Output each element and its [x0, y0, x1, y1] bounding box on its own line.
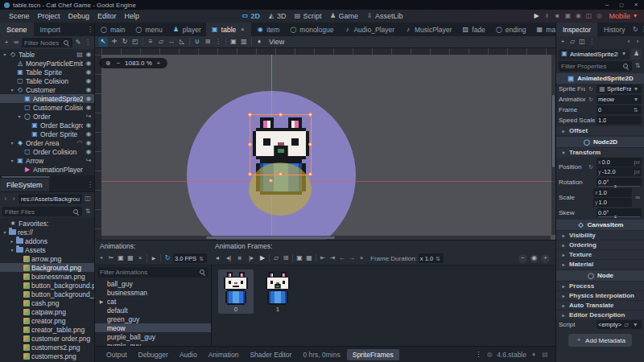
add-node-button[interactable]	[2, 39, 10, 47]
scene-tree-node[interactable]: AnimatedSprite2D	[0, 94, 94, 103]
add-animation-button[interactable]	[97, 254, 105, 262]
tree-expand-arrow[interactable]: ▾	[10, 87, 14, 93]
selection-handle[interactable]	[248, 142, 252, 146]
fps-input[interactable]: 3.0 FPS	[173, 253, 207, 263]
scene-tree-node[interactable]: ▾ Order Area	[0, 138, 94, 147]
region-select-button[interactable]	[157, 38, 165, 46]
eye-icon[interactable]	[85, 121, 93, 130]
instance-scene-button[interactable]	[12, 39, 20, 47]
ruler-tool-button[interactable]	[178, 38, 186, 46]
load-resource-button[interactable]	[568, 38, 576, 46]
move-tool-button[interactable]	[110, 38, 118, 46]
extend-script-button[interactable]	[631, 49, 642, 60]
file-tree-item[interactable]: customer order.png	[0, 334, 94, 343]
scale-link-icon[interactable]	[634, 194, 642, 202]
menu-item[interactable]: Help	[121, 12, 144, 20]
frames-zoom-out-button[interactable]	[518, 254, 527, 263]
menu-item[interactable]: Debug	[64, 12, 94, 20]
frame-value-spinner[interactable]: 0	[597, 105, 642, 114]
inspector-section[interactable]: Material	[556, 259, 644, 269]
zoom-out-button[interactable]	[114, 60, 122, 68]
bottom-panel-button[interactable]: Shader Editor	[245, 350, 296, 360]
scene-tree-node[interactable]: ▾ Arrow	[0, 156, 94, 165]
move-frame-left-button[interactable]	[338, 254, 346, 262]
list-select-button[interactable]	[147, 38, 155, 46]
stop-animation-button[interactable]	[236, 254, 244, 262]
scene-tree-node[interactable]: Table Sprite	[0, 68, 94, 76]
workspace-tab[interactable]: AssetLib	[365, 12, 403, 20]
workspace-tab[interactable]: Game	[329, 12, 359, 20]
delete-animation-button[interactable]	[136, 254, 144, 262]
save-resource-button[interactable]	[578, 38, 586, 46]
scene-tab[interactable]: main	[95, 23, 130, 36]
file-tree-item[interactable]: creator_table.png	[0, 325, 94, 334]
viewport-hscrollbar[interactable]	[101, 236, 551, 240]
eye-icon[interactable]	[85, 86, 93, 94]
scene-tab[interactable]: ending	[490, 23, 531, 36]
scene-tree-node[interactable]: Order Sprite	[0, 130, 94, 138]
filter-properties-input[interactable]	[559, 61, 632, 72]
eye-icon[interactable]	[85, 139, 93, 147]
autoplay-toggle-button[interactable]	[150, 254, 158, 262]
script-badge-icon[interactable]	[76, 51, 84, 59]
file-tree-item[interactable]: catpaw.png	[0, 307, 94, 316]
scene-tree-node[interactable]: ▾ Table	[0, 50, 94, 59]
workspace-tab[interactable]: 2D	[241, 12, 260, 20]
file-sort-icon[interactable]	[84, 208, 92, 216]
loop-toggle-button[interactable]	[163, 254, 171, 262]
eye-icon[interactable]	[85, 51, 93, 59]
scene-tab[interactable]: MusicPlayer	[399, 23, 456, 36]
filesystem-menu-icon[interactable]	[86, 181, 94, 189]
script-value-dropdown[interactable]: <empty>	[597, 320, 642, 329]
object-history-icon[interactable]	[631, 26, 639, 34]
animation-list-item[interactable]: green_guy	[95, 315, 211, 323]
paste-animation-button[interactable]	[126, 254, 134, 262]
copy-animation-button[interactable]	[117, 254, 125, 262]
select-tool-button[interactable]	[98, 37, 108, 47]
scale-x-field[interactable]: x 1.0	[593, 188, 632, 197]
rotation-field[interactable]: 0.0°	[597, 178, 642, 187]
file-tree-item[interactable]: ▸ addons	[0, 237, 94, 245]
insert-frame-before-button[interactable]	[319, 254, 327, 262]
position-y-field[interactable]: y -12.0 px	[597, 167, 642, 176]
scene-tree-node[interactable]: MoneyParticleEmiter	[0, 59, 94, 68]
selection-handle[interactable]	[279, 172, 283, 176]
game-window-icon[interactable]	[564, 12, 572, 20]
cut-animation-button[interactable]	[107, 254, 115, 262]
file-tree-item[interactable]: cash.png	[0, 298, 94, 307]
tree-expand-arrow[interactable]: ▾	[10, 158, 14, 163]
eye-icon[interactable]	[85, 148, 93, 156]
file-tree-item[interactable]: button_background.png	[0, 281, 94, 290]
animation-list-item[interactable]: cat	[95, 297, 211, 306]
scale-tool-button[interactable]	[131, 38, 139, 46]
magnify-icon[interactable]	[595, 12, 603, 20]
tree-expand-arrow[interactable]: ▾	[10, 247, 14, 253]
animation-list-item[interactable]: meow	[95, 323, 211, 332]
inspector-section[interactable]: Process	[556, 281, 644, 290]
bottom-panel-button[interactable]: Output	[101, 350, 132, 360]
resource-menu-icon[interactable]	[588, 38, 596, 46]
inspector-section[interactable]: Editor Description	[556, 310, 644, 319]
inspector-tab[interactable]: History	[597, 23, 631, 36]
add-metadata-button[interactable]: Add Metadata	[568, 334, 632, 347]
eye-icon[interactable]	[85, 104, 93, 112]
bottom-panel-button[interactable]: Animation	[204, 350, 244, 360]
add-frames-from-sheet-button[interactable]	[282, 254, 290, 262]
viewport-2d[interactable]: 1083.0 %	[95, 48, 555, 240]
split-view-icon[interactable]	[84, 195, 92, 203]
frame-thumbnail[interactable]: 1	[260, 269, 295, 314]
link-icon[interactable]	[85, 113, 93, 121]
tree-expand-arrow[interactable]: ▾	[10, 140, 14, 146]
path-field[interactable]	[19, 194, 82, 204]
group-node-button[interactable]	[240, 38, 248, 46]
inspector-section[interactable]: Visibility	[556, 230, 644, 240]
zoom-level[interactable]: 1083.0 %	[125, 60, 152, 67]
tree-expand-arrow[interactable]: ▾	[17, 113, 22, 119]
scene-tab[interactable]: Audio_Player	[338, 23, 399, 36]
history-forward-button[interactable]	[634, 38, 642, 46]
file-tree-item[interactable]: Background.png	[0, 263, 94, 272]
transform-section[interactable]: Transform	[556, 147, 644, 157]
play-from-start-button[interactable]	[246, 254, 257, 262]
zoom-in-button[interactable]	[155, 60, 163, 68]
copy-frame-button[interactable]	[295, 254, 303, 262]
